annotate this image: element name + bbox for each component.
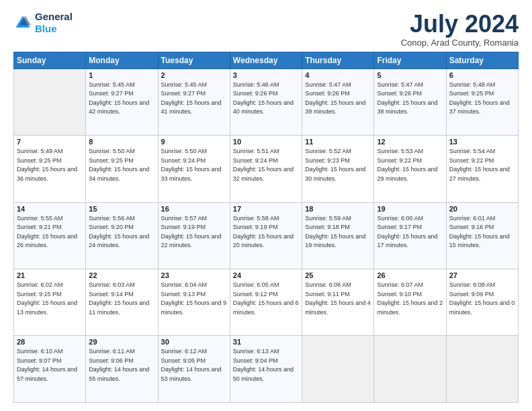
calendar-cell: 29Sunrise: 6:11 AMSunset: 9:06 PMDayligh…	[86, 336, 158, 403]
title-block: July 2024 Conop, Arad County, Romania	[401, 11, 519, 48]
day-info: Sunrise: 5:46 AMSunset: 9:26 PMDaylight:…	[233, 81, 299, 117]
weekday-header: Friday	[374, 52, 446, 68]
day-info: Sunrise: 5:45 AMSunset: 9:27 PMDaylight:…	[89, 81, 154, 117]
day-number: 18	[305, 205, 371, 213]
calendar-cell: 26Sunrise: 6:07 AMSunset: 9:10 PMDayligh…	[374, 269, 446, 336]
subtitle: Conop, Arad County, Romania	[401, 38, 519, 48]
day-number: 6	[449, 71, 515, 79]
calendar-cell	[14, 68, 86, 135]
day-info: Sunrise: 6:06 AMSunset: 9:11 PMDaylight:…	[305, 281, 371, 317]
page: General Blue July 2024 Conop, Arad Count…	[0, 0, 532, 411]
day-info: Sunrise: 6:00 AMSunset: 9:17 PMDaylight:…	[377, 214, 443, 250]
day-number: 1	[89, 71, 154, 79]
day-number: 15	[89, 205, 154, 213]
day-info: Sunrise: 6:12 AMSunset: 9:05 PMDaylight:…	[161, 347, 227, 383]
calendar-week-row: 28Sunrise: 6:10 AMSunset: 9:07 PMDayligh…	[14, 336, 519, 403]
day-number: 4	[305, 71, 371, 79]
day-number: 10	[233, 138, 299, 146]
calendar-week-row: 14Sunrise: 5:55 AMSunset: 9:21 PMDayligh…	[14, 202, 519, 269]
logo-line2: Blue	[35, 23, 57, 34]
calendar-cell	[302, 336, 374, 403]
calendar-cell: 2Sunrise: 5:45 AMSunset: 9:27 PMDaylight…	[158, 68, 230, 135]
day-number: 16	[161, 205, 227, 213]
day-number: 23	[161, 271, 227, 279]
weekday-header: Monday	[86, 52, 158, 68]
calendar-cell: 6Sunrise: 5:48 AMSunset: 9:25 PMDaylight…	[446, 68, 518, 135]
day-number: 11	[305, 138, 371, 146]
logo-line1: General	[35, 11, 73, 23]
day-info: Sunrise: 5:55 AMSunset: 9:21 PMDaylight:…	[17, 214, 83, 250]
day-number: 3	[233, 71, 299, 79]
day-info: Sunrise: 6:01 AMSunset: 9:16 PMDaylight:…	[449, 214, 515, 250]
day-info: Sunrise: 5:53 AMSunset: 9:22 PMDaylight:…	[377, 147, 443, 183]
day-info: Sunrise: 5:51 AMSunset: 9:24 PMDaylight:…	[233, 147, 299, 183]
day-info: Sunrise: 5:57 AMSunset: 9:19 PMDaylight:…	[161, 214, 227, 250]
day-number: 17	[233, 205, 299, 213]
day-info: Sunrise: 6:02 AMSunset: 9:15 PMDaylight:…	[17, 281, 83, 317]
calendar-cell: 18Sunrise: 5:59 AMSunset: 9:18 PMDayligh…	[302, 202, 374, 269]
calendar-cell: 27Sunrise: 6:08 AMSunset: 9:09 PMDayligh…	[446, 269, 518, 336]
day-info: Sunrise: 5:48 AMSunset: 9:25 PMDaylight:…	[449, 81, 515, 117]
calendar-cell: 30Sunrise: 6:12 AMSunset: 9:05 PMDayligh…	[158, 336, 230, 403]
day-number: 2	[161, 71, 227, 79]
day-info: Sunrise: 5:50 AMSunset: 9:25 PMDaylight:…	[89, 147, 154, 183]
day-info: Sunrise: 5:58 AMSunset: 9:19 PMDaylight:…	[233, 214, 299, 250]
day-number: 5	[377, 71, 443, 79]
day-number: 9	[161, 138, 227, 146]
calendar-cell: 28Sunrise: 6:10 AMSunset: 9:07 PMDayligh…	[14, 336, 86, 403]
day-info: Sunrise: 5:49 AMSunset: 9:25 PMDaylight:…	[17, 147, 83, 183]
calendar-cell: 19Sunrise: 6:00 AMSunset: 9:17 PMDayligh…	[374, 202, 446, 269]
calendar-cell: 24Sunrise: 6:05 AMSunset: 9:12 PMDayligh…	[230, 269, 302, 336]
day-number: 25	[305, 271, 371, 279]
calendar-cell: 11Sunrise: 5:52 AMSunset: 9:23 PMDayligh…	[302, 136, 374, 202]
calendar-table: SundayMondayTuesdayWednesdayThursdayFrid…	[13, 52, 519, 403]
calendar-week-row: 7Sunrise: 5:49 AMSunset: 9:25 PMDaylight…	[14, 136, 519, 202]
calendar-cell: 23Sunrise: 6:04 AMSunset: 9:13 PMDayligh…	[158, 269, 230, 336]
day-info: Sunrise: 5:52 AMSunset: 9:23 PMDaylight:…	[305, 147, 371, 183]
weekday-header: Saturday	[446, 52, 518, 68]
day-info: Sunrise: 6:07 AMSunset: 9:10 PMDaylight:…	[377, 281, 443, 317]
day-number: 20	[449, 205, 515, 213]
calendar-cell: 5Sunrise: 5:47 AMSunset: 9:26 PMDaylight…	[374, 68, 446, 135]
day-info: Sunrise: 5:50 AMSunset: 9:24 PMDaylight:…	[161, 147, 227, 183]
day-number: 22	[89, 271, 154, 279]
calendar-cell: 21Sunrise: 6:02 AMSunset: 9:15 PMDayligh…	[14, 269, 86, 336]
logo-icon	[13, 13, 32, 32]
calendar-cell	[374, 336, 446, 403]
day-number: 13	[449, 138, 515, 146]
calendar-cell: 15Sunrise: 5:56 AMSunset: 9:20 PMDayligh…	[86, 202, 158, 269]
calendar-cell: 9Sunrise: 5:50 AMSunset: 9:24 PMDaylight…	[158, 136, 230, 202]
calendar-week-row: 1Sunrise: 5:45 AMSunset: 9:27 PMDaylight…	[14, 68, 519, 135]
day-number: 28	[17, 338, 83, 346]
day-number: 29	[89, 338, 154, 346]
day-number: 19	[377, 205, 443, 213]
day-info: Sunrise: 6:13 AMSunset: 9:04 PMDaylight:…	[233, 347, 299, 383]
logo-text: General Blue	[35, 11, 73, 35]
day-info: Sunrise: 5:54 AMSunset: 9:22 PMDaylight:…	[449, 147, 515, 183]
day-number: 7	[17, 138, 83, 146]
day-number: 8	[89, 138, 154, 146]
day-info: Sunrise: 5:56 AMSunset: 9:20 PMDaylight:…	[89, 214, 154, 250]
day-info: Sunrise: 5:59 AMSunset: 9:18 PMDaylight:…	[305, 214, 371, 250]
day-number: 21	[17, 271, 83, 279]
day-info: Sunrise: 5:47 AMSunset: 9:26 PMDaylight:…	[377, 81, 443, 117]
day-info: Sunrise: 6:10 AMSunset: 9:07 PMDaylight:…	[17, 347, 83, 383]
calendar-cell: 22Sunrise: 6:03 AMSunset: 9:14 PMDayligh…	[86, 269, 158, 336]
calendar-cell: 3Sunrise: 5:46 AMSunset: 9:26 PMDaylight…	[230, 68, 302, 135]
calendar-cell: 7Sunrise: 5:49 AMSunset: 9:25 PMDaylight…	[14, 136, 86, 202]
calendar-cell: 10Sunrise: 5:51 AMSunset: 9:24 PMDayligh…	[230, 136, 302, 202]
calendar-cell: 25Sunrise: 6:06 AMSunset: 9:11 PMDayligh…	[302, 269, 374, 336]
day-info: Sunrise: 5:45 AMSunset: 9:27 PMDaylight:…	[161, 81, 227, 117]
main-title: July 2024	[401, 11, 519, 38]
day-number: 30	[161, 338, 227, 346]
calendar-cell: 4Sunrise: 5:47 AMSunset: 9:26 PMDaylight…	[302, 68, 374, 135]
calendar-cell	[446, 336, 518, 403]
calendar-cell: 31Sunrise: 6:13 AMSunset: 9:04 PMDayligh…	[230, 336, 302, 403]
calendar-cell: 13Sunrise: 5:54 AMSunset: 9:22 PMDayligh…	[446, 136, 518, 202]
day-number: 27	[449, 271, 515, 279]
day-info: Sunrise: 6:11 AMSunset: 9:06 PMDaylight:…	[89, 347, 154, 383]
day-info: Sunrise: 6:05 AMSunset: 9:12 PMDaylight:…	[233, 281, 299, 317]
calendar-header-row: SundayMondayTuesdayWednesdayThursdayFrid…	[14, 52, 519, 68]
day-info: Sunrise: 6:03 AMSunset: 9:14 PMDaylight:…	[89, 281, 154, 317]
calendar-cell: 16Sunrise: 5:57 AMSunset: 9:19 PMDayligh…	[158, 202, 230, 269]
